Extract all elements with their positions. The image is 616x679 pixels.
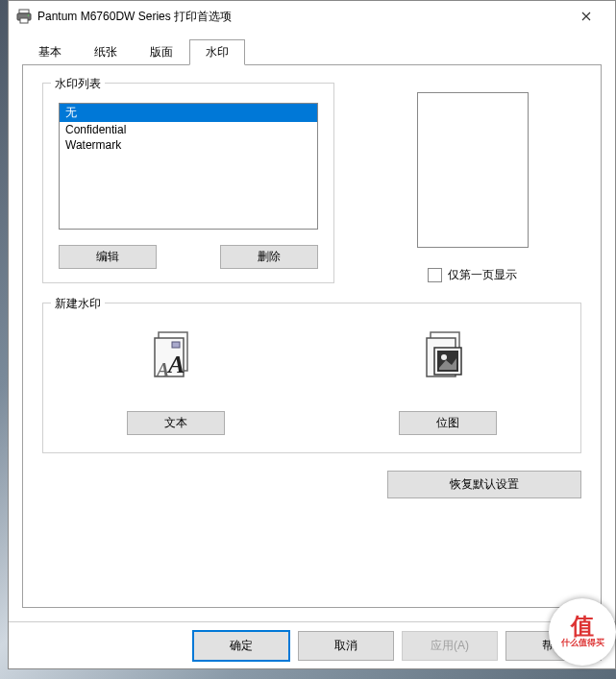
badge-tag: 什么值得买 — [561, 637, 604, 649]
print-preferences-window: Pantum M6760DW Series 打印首选项 基本 纸张 版面 水印 … — [8, 0, 616, 669]
text-watermark-icon: A A — [145, 327, 207, 388]
svg-rect-2 — [20, 18, 28, 23]
svg-point-13 — [441, 354, 447, 360]
preview-page — [417, 92, 529, 248]
watermark-item-watermark[interactable]: Watermark — [60, 137, 317, 153]
tab-watermark[interactable]: 水印 — [189, 39, 245, 65]
tab-basic[interactable]: 基本 — [22, 39, 78, 65]
delete-button[interactable]: 删除 — [220, 245, 318, 269]
svg-rect-6 — [172, 342, 180, 348]
tab-panel-watermark: 水印列表 无 Confidential Watermark 编辑 删除 — [22, 64, 602, 608]
first-page-only-checkbox[interactable] — [428, 268, 442, 282]
watermark-list-title: 水印列表 — [51, 76, 105, 92]
titlebar: Pantum M6760DW Series 打印首选项 — [9, 1, 615, 32]
content-area: 基本 纸张 版面 水印 水印列表 无 Confidential Watermar… — [9, 32, 615, 621]
bitmap-watermark-item: 位图 — [371, 327, 525, 435]
close-button[interactable] — [565, 3, 607, 30]
printer-icon — [16, 9, 32, 24]
window-title: Pantum M6760DW Series 打印首选项 — [37, 9, 565, 25]
text-watermark-button[interactable]: 文本 — [127, 411, 225, 435]
preview-column: 仅第一页显示 — [363, 83, 581, 283]
dialog-footer: 确定 取消 应用(A) 帮助 — [9, 621, 615, 668]
watermark-list-group: 水印列表 无 Confidential Watermark 编辑 删除 — [42, 83, 334, 283]
bitmap-watermark-button[interactable]: 位图 — [399, 411, 497, 435]
smzdm-badge: 值 什么值得买 — [549, 598, 616, 666]
bitmap-watermark-icon — [417, 327, 479, 388]
tab-layout[interactable]: 版面 — [134, 39, 189, 65]
watermark-listbox[interactable]: 无 Confidential Watermark — [59, 103, 318, 230]
badge-big: 值 — [571, 616, 594, 637]
watermark-item-confidential[interactable]: Confidential — [60, 122, 317, 137]
svg-rect-0 — [19, 10, 29, 13]
tab-strip: 基本 纸张 版面 水印 — [22, 41, 602, 64]
ok-button[interactable]: 确定 — [192, 630, 290, 662]
first-page-only-label: 仅第一页显示 — [448, 267, 517, 283]
svg-text:A: A — [155, 359, 169, 380]
tab-paper[interactable]: 纸张 — [78, 39, 134, 65]
watermark-item-none[interactable]: 无 — [60, 104, 317, 122]
cancel-button[interactable]: 取消 — [298, 631, 394, 661]
restore-defaults-button[interactable]: 恢复默认设置 — [387, 471, 581, 498]
new-watermark-group: 新建水印 A A 文本 — [42, 303, 581, 453]
edit-button[interactable]: 编辑 — [59, 245, 157, 269]
new-watermark-title: 新建水印 — [51, 296, 105, 312]
svg-point-3 — [28, 14, 30, 16]
text-watermark-item: A A 文本 — [99, 327, 253, 435]
apply-button[interactable]: 应用(A) — [402, 631, 498, 661]
first-page-only-row[interactable]: 仅第一页显示 — [428, 267, 517, 283]
